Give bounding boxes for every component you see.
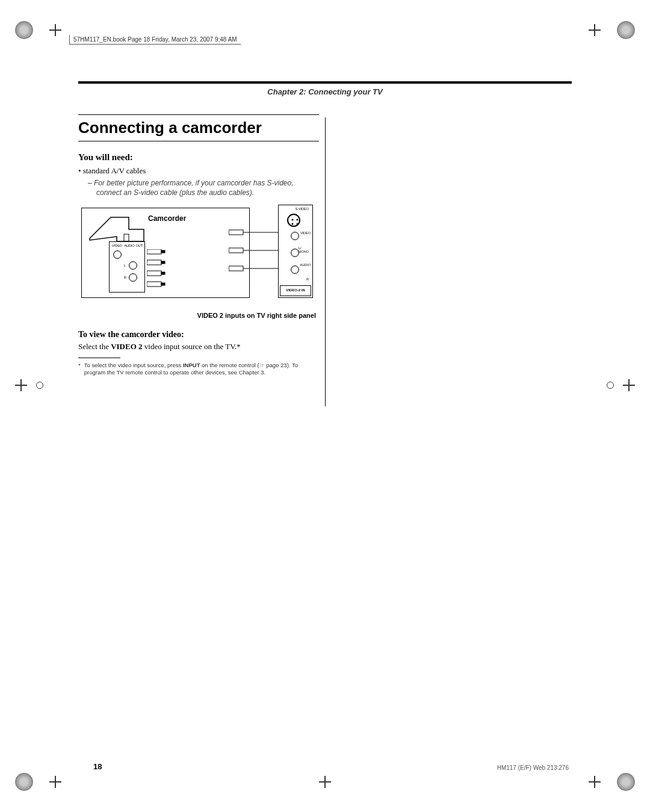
sub-bullet-svideo-note: For better picture performance, if your … <box>96 178 319 197</box>
camcorder-port-panel: VIDEO AUDIO OUT L R <box>109 241 145 293</box>
view-text-bold: VIDEO 2 <box>111 342 142 351</box>
page-number: 18 <box>93 762 102 771</box>
print-mark-cross-icon <box>623 379 635 391</box>
svg-rect-8 <box>147 282 161 287</box>
audio-r-port-icon <box>129 273 137 282</box>
view-text-suffix: video input source on the TV.* <box>143 342 241 351</box>
print-mark-side-icon <box>36 382 43 389</box>
print-mark-cross-icon <box>589 776 601 788</box>
tv-input-panel: S-VIDEO VIDEO L/ MONO AUDIO R VIDEO-2 IN <box>278 205 313 298</box>
svg-rect-5 <box>161 261 165 264</box>
tv-audio-r-port-icon <box>291 265 299 274</box>
port-r-label: R <box>124 276 126 279</box>
view-instruction-text: Select the VIDEO 2 video input source on… <box>78 342 319 352</box>
print-mark-cross-icon <box>319 776 331 788</box>
view-heading: To view the camcorder video: <box>78 330 319 339</box>
left-column: Connecting a camcorder You will need: st… <box>78 114 319 376</box>
svg-rect-3 <box>161 250 165 253</box>
tv-svideo-label: S-VIDEO <box>295 207 309 211</box>
camcorder-outline: Camcorder VIDEO AUDIO OUT L R <box>81 208 250 298</box>
svg-rect-4 <box>147 260 161 265</box>
svg-rect-14 <box>229 230 243 235</box>
print-mark-corner-br <box>617 773 635 791</box>
you-will-need-heading: You will need: <box>78 152 319 163</box>
tv-r-label: R <box>306 277 309 281</box>
view-text-prefix: Select the <box>78 342 111 351</box>
footnote-prefix: To select the video input source, press <box>84 362 183 368</box>
svg-rect-9 <box>161 283 165 285</box>
print-mark-corner-tl <box>15 21 33 39</box>
svg-rect-17 <box>229 248 243 253</box>
footnote: * To select the video input source, pres… <box>78 362 316 376</box>
svideo-port-icon <box>287 214 300 227</box>
print-mark-cross-icon <box>15 379 27 391</box>
port-l-label: L <box>124 264 126 267</box>
connection-diagram: Camcorder VIDEO AUDIO OUT L R <box>78 205 316 307</box>
camcorder-label: Camcorder <box>148 214 186 223</box>
svg-rect-7 <box>161 272 165 274</box>
tv-l-mono-label: L/ MONO <box>299 246 311 253</box>
footnote-bold: INPUT <box>183 362 200 368</box>
connection-cables-icon <box>229 229 283 283</box>
print-mark-corner-tr <box>617 21 635 39</box>
document-header-info: 57HM117_EN.book Page 18 Friday, March 23… <box>69 35 241 45</box>
tv-video-label: VIDEO <box>300 231 311 235</box>
audio-l-port-icon <box>129 261 137 270</box>
port-video-label: VIDEO <box>112 244 122 247</box>
port-audio-out-label: AUDIO OUT <box>124 244 143 247</box>
svg-rect-20 <box>229 266 243 271</box>
chapter-divider-bar <box>78 81 572 84</box>
svg-point-11 <box>297 219 299 221</box>
footnote-divider <box>78 358 120 358</box>
video-port-icon <box>113 250 122 259</box>
footnote-marker: * <box>78 362 81 376</box>
tv-audio-label: AUDIO <box>300 263 311 267</box>
svg-rect-1 <box>124 234 129 241</box>
tv-video-port-icon <box>291 232 299 240</box>
print-mark-cross-icon <box>49 24 61 36</box>
view-camcorder-section: To view the camcorder video: Select the … <box>78 330 319 352</box>
svg-rect-2 <box>147 249 161 254</box>
tv-audio-l-port-icon <box>291 249 299 257</box>
footnote-text: To select the video input source, press … <box>84 362 316 376</box>
print-mark-side-icon <box>607 382 614 389</box>
camcorder-icon <box>87 211 147 244</box>
svg-point-10 <box>292 219 294 221</box>
footer-doc-id: HM117 (E/F) Web 213:276 <box>497 764 569 771</box>
column-divider <box>325 117 326 406</box>
print-mark-cross-icon <box>49 776 61 788</box>
camcorder-cable-connectors-icon <box>147 249 183 294</box>
svg-point-12 <box>292 223 294 225</box>
chapter-title: Chapter 2: Connecting your TV <box>78 87 572 96</box>
svg-marker-0 <box>90 217 144 241</box>
svg-rect-6 <box>147 271 161 276</box>
diagram-caption: VIDEO 2 inputs on TV right side panel <box>78 312 316 319</box>
print-mark-corner-bl <box>15 773 33 791</box>
tv-panel-input-label: VIDEO-2 IN <box>280 285 311 296</box>
svg-point-13 <box>297 223 299 225</box>
section-heading: Connecting a camcorder <box>78 114 319 141</box>
bullet-av-cables: standard A/V cables <box>85 166 319 176</box>
print-mark-cross-icon <box>589 24 601 36</box>
